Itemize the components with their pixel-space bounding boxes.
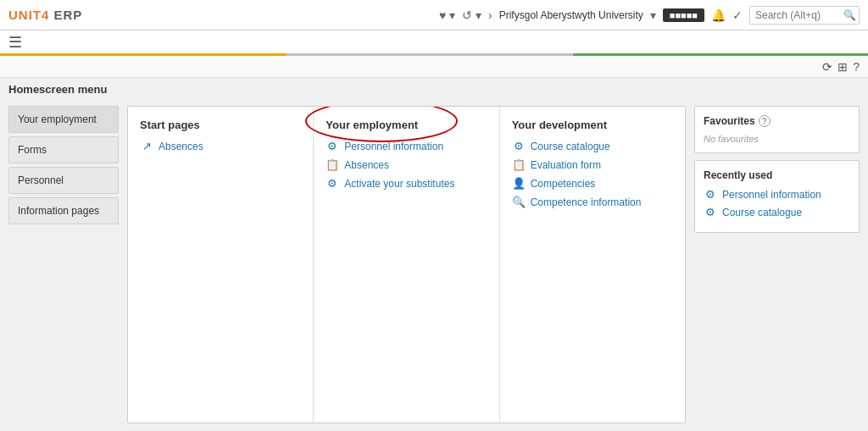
search-icon: 🔍 — [843, 9, 856, 21]
page-title: Homescreen menu — [8, 83, 107, 96]
favourites-help-icon[interactable]: ? — [759, 115, 771, 127]
recently-used-card: Recently used ⚙ Personnel information ⚙ … — [694, 160, 860, 233]
your-employment-personnel-info[interactable]: ⚙ Personnel information — [326, 140, 487, 152]
layout-icon[interactable]: ⊞ — [837, 60, 848, 74]
your-employment-title: Your employment — [326, 119, 487, 131]
competencies-label: Competencies — [531, 178, 596, 190]
sidebar: Your employment Forms Personnel Informat… — [8, 106, 119, 423]
recently-course-label: Course catalogue — [722, 207, 802, 218]
recently-course-icon: ⚙ — [704, 206, 717, 218]
competence-information-item[interactable]: 🔍 Competence information — [512, 196, 673, 208]
recently-personnel-label: Personnel information — [722, 189, 821, 201]
heart-icon[interactable]: ♥ ▾ — [439, 8, 455, 22]
main-container: Your employment Forms Personnel Informat… — [0, 97, 868, 431]
personnel-info-label: Personnel information — [344, 141, 443, 152]
competencies-icon: 👤 — [512, 177, 526, 190]
university-dropdown-icon[interactable]: ▾ — [650, 8, 656, 22]
evaluation-form-item[interactable]: 📋 Evaluation form — [512, 158, 673, 171]
bell-icon[interactable]: 🔔 — [711, 8, 726, 22]
your-development-title: Your development — [512, 119, 673, 131]
course-catalogue-label: Course catalogue — [531, 141, 610, 152]
search-box[interactable]: 🔍 — [749, 6, 860, 25]
sub-bar: ☰ — [0, 30, 868, 56]
start-pages-section: Start pages ↗ Absences — [128, 107, 314, 423]
top-bar-right: ♥ ▾ ↺ ▾ › Prifysgol Aberystwyth Universi… — [439, 6, 860, 25]
chevron-separator: › — [488, 8, 492, 22]
help-icon[interactable]: ? — [853, 60, 860, 74]
hamburger-menu[interactable]: ☰ — [8, 33, 22, 52]
competence-information-icon: 🔍 — [512, 196, 526, 208]
sidebar-item-personnel[interactable]: Personnel — [8, 167, 119, 194]
competencies-item[interactable]: 👤 Competencies — [512, 177, 673, 190]
university-label: Prifysgol Aberystwyth University — [499, 9, 643, 21]
action-bar: ⟳ ⊞ ? — [0, 56, 868, 78]
course-catalogue-item[interactable]: ⚙ Course catalogue — [512, 140, 673, 152]
your-employment-absences[interactable]: 📋 Absences — [326, 158, 487, 171]
recently-used-title: Recently used — [704, 169, 850, 181]
search-input[interactable] — [755, 9, 840, 21]
absences-link-label: Absences — [159, 141, 203, 152]
right-panel: Favourites ? No favourites Recently used… — [694, 106, 860, 423]
favourites-card: Favourites ? No favourites — [694, 106, 860, 153]
refresh-icon[interactable]: ⟳ — [822, 60, 832, 74]
evaluation-form-label: Evaluation form — [531, 159, 601, 171]
personnel-info-icon: ⚙ — [326, 140, 339, 152]
history-icon[interactable]: ↺ ▾ — [462, 8, 481, 22]
recently-personnel-icon: ⚙ — [704, 188, 717, 201]
top-bar: UNIT4 ERP ♥ ▾ ↺ ▾ › Prifysgol Aberystwyt… — [0, 0, 868, 30]
sidebar-item-information-pages[interactable]: Information pages — [8, 197, 119, 224]
your-employment-activate-substitutes[interactable]: ⚙ Activate your substitutes — [326, 177, 487, 190]
course-catalogue-icon: ⚙ — [512, 140, 526, 152]
favourites-card-title: Favourites ? — [704, 115, 850, 127]
your-employment-section: Your employment ⚙ Personnel information … — [314, 107, 499, 423]
favourites-title-label: Favourites — [704, 115, 755, 127]
logo: UNIT4 ERP — [8, 8, 82, 22]
start-pages-absences[interactable]: ↗ Absences — [140, 140, 301, 152]
your-employment-absences-label: Absences — [344, 159, 389, 171]
evaluation-form-icon: 📋 — [512, 158, 526, 171]
no-favourites-text: No favourites — [704, 134, 850, 144]
activate-substitutes-label: Activate your substitutes — [344, 178, 454, 190]
your-development-section: Your development ⚙ Course catalogue 📋 Ev… — [500, 107, 685, 423]
recently-course-catalogue[interactable]: ⚙ Course catalogue — [704, 206, 850, 218]
activate-substitutes-icon: ⚙ — [326, 177, 339, 190]
absences-link-icon: ↗ — [140, 140, 153, 152]
content-area: Start pages ↗ Absences Your employment ⚙… — [127, 106, 686, 423]
logo-unit4: UNIT4 — [8, 8, 49, 22]
competence-information-label: Competence information — [531, 196, 642, 208]
start-pages-title: Start pages — [140, 119, 301, 131]
sidebar-item-your-employment[interactable]: Your employment — [8, 106, 119, 133]
sidebar-item-forms[interactable]: Forms — [8, 136, 119, 163]
logo-erp: ERP — [49, 8, 82, 22]
user-badge: ■■■■■ — [663, 8, 704, 22]
check-icon[interactable]: ✓ — [732, 8, 743, 22]
page-title-bar: Homescreen menu — [0, 78, 868, 97]
recently-personnel-info[interactable]: ⚙ Personnel information — [704, 188, 850, 201]
your-employment-absences-icon: 📋 — [326, 158, 339, 171]
